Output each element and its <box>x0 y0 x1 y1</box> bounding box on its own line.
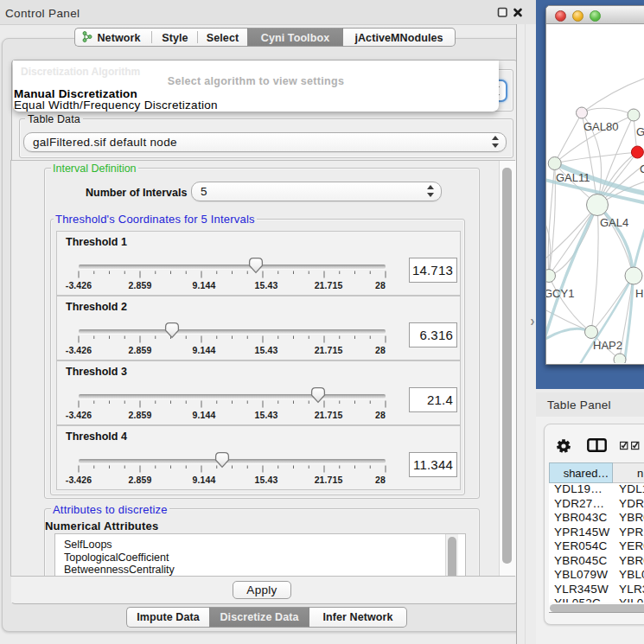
svg-text:HAP2: HAP2 <box>593 339 622 352</box>
svg-text:GAL80: GAL80 <box>583 120 618 133</box>
svg-text:C: C <box>640 163 644 175</box>
svg-text:G.: G. <box>636 125 644 138</box>
svg-text:GCY1: GCY1 <box>546 287 574 300</box>
svg-text:GAL4: GAL4 <box>600 216 628 229</box>
svg-text:H: H <box>635 287 643 300</box>
svg-text:GAL11: GAL11 <box>556 171 590 184</box>
